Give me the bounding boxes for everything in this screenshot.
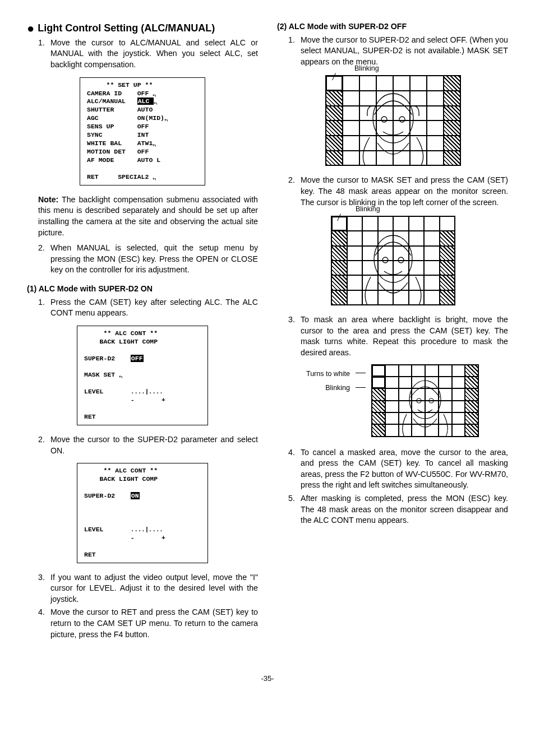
section-heading-text: Light Control Setting (ALC/MANUAL) bbox=[38, 22, 215, 34]
subheading: (2) ALC Mode with SUPER-D2 OFF bbox=[277, 21, 508, 33]
leader-lines bbox=[356, 368, 366, 396]
osd-setup-screen: ** SET UP ** CAMERA ID OFF ALC/MANUAL AL… bbox=[80, 77, 205, 185]
list-num: 4. bbox=[288, 447, 297, 491]
body-text: Press the CAM (SET) key after selecting … bbox=[50, 297, 258, 319]
body-text: Move the cursor to ALC/MANUAL and select… bbox=[50, 38, 258, 71]
figure-mask-empty: Blinking bbox=[331, 216, 454, 305]
list-num: 1. bbox=[288, 35, 297, 68]
caption-blinking: Blinking bbox=[306, 381, 350, 395]
list-num: 1. bbox=[38, 297, 47, 319]
list-num: 2. bbox=[38, 434, 47, 456]
section-heading: ●Light Control Setting (ALC/MANUAL) bbox=[27, 21, 258, 35]
list-num: 3. bbox=[288, 314, 297, 358]
caption-blinking: Blinking bbox=[356, 205, 380, 214]
list-num: 3. bbox=[38, 572, 47, 605]
body-text: Move the cursor to MASK SET and press th… bbox=[301, 175, 508, 208]
list-num: 2. bbox=[288, 175, 297, 208]
body-text: To mask an area where backlight is brigh… bbox=[301, 314, 508, 358]
list-num: 2. bbox=[38, 243, 47, 276]
figure-mask-hatched: Blinking bbox=[325, 75, 460, 166]
page-number: -35- bbox=[27, 674, 508, 684]
note-label: Note: bbox=[38, 195, 58, 204]
bullet-icon: ● bbox=[27, 21, 38, 35]
list-num: 4. bbox=[38, 607, 47, 640]
osd-alc-cont-on: ** ALC CONT ** BACK LIGHT COMP SUPER-D2 … bbox=[77, 463, 208, 563]
list-num: 5. bbox=[288, 493, 297, 526]
body-text: If you want to adjust the video output l… bbox=[50, 572, 258, 605]
body-text: Move the cursor to RET and press the CAM… bbox=[50, 607, 258, 640]
caption-blinking: Blinking bbox=[354, 64, 379, 73]
body-text: Move the cursor to SUPER-D2 and select O… bbox=[301, 35, 508, 68]
note-text: The backlight compensation submenu assoc… bbox=[38, 195, 258, 237]
note-block: Note: The backlight compensation submenu… bbox=[27, 194, 258, 238]
figure-mask-white: Turns to white Blinking bbox=[277, 364, 508, 437]
subheading: (1) ALC Mode with SUPER-D2 ON bbox=[27, 284, 258, 295]
body-text: To cancel a masked area, move the cursor… bbox=[301, 447, 508, 491]
body-text: Move the cursor to the SUPER-D2 paramete… bbox=[50, 434, 258, 456]
body-text: After masking is completed, press the MO… bbox=[301, 493, 508, 526]
body-text: When MANUAL is selected, quit the setup … bbox=[50, 243, 258, 276]
caption-turns-white: Turns to white bbox=[306, 367, 350, 381]
osd-alc-cont-off: ** ALC CONT ** BACK LIGHT COMP SUPER-D2 … bbox=[77, 326, 208, 425]
list-num: 1. bbox=[38, 38, 47, 71]
